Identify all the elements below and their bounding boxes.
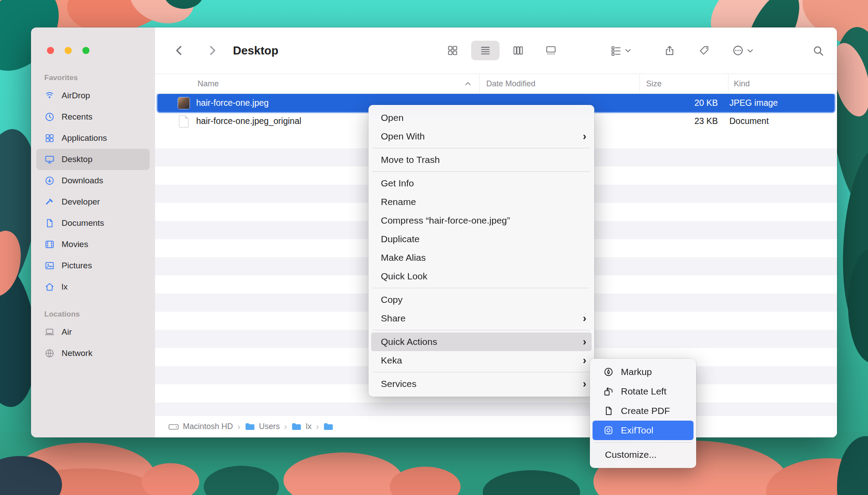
- sidebar-item-airdrop[interactable]: AirDrop: [36, 85, 150, 106]
- sidebar-item-documents[interactable]: Documents: [36, 213, 150, 234]
- menu-item-services[interactable]: Services›: [368, 375, 594, 393]
- list-view-button[interactable]: [471, 41, 500, 60]
- path-item-macintosh-hd[interactable]: Macintosh HD: [168, 422, 233, 431]
- sidebar-item-downloads[interactable]: Downloads: [36, 170, 150, 191]
- group-by-button[interactable]: [610, 45, 632, 56]
- laptop-icon: [43, 326, 56, 338]
- menu-item-make-alias[interactable]: Make Alias: [368, 248, 594, 267]
- path-label: Macintosh HD: [183, 422, 233, 431]
- menu-item-label: Compress “hair-force-one.jpeg”: [381, 215, 510, 226]
- sidebar-item-pictures[interactable]: Pictures: [36, 255, 150, 276]
- window-title: Desktop: [233, 44, 279, 58]
- sidebar-item-label: Desktop: [62, 155, 93, 164]
- menu-separator: [373, 330, 590, 330]
- list-header: Name Date Modified Size Kind: [155, 73, 837, 94]
- quick-actions-submenu: Markup Rotate Left Create PDF ExifTool C…: [590, 359, 696, 468]
- rotate-left-icon: [603, 386, 614, 397]
- zoom-button[interactable]: [82, 47, 89, 54]
- column-header-name[interactable]: Name: [155, 74, 479, 93]
- sidebar-item-network[interactable]: Network: [36, 343, 150, 364]
- submenu-chevron-icon: ›: [583, 379, 586, 389]
- column-view-button[interactable]: [504, 41, 532, 60]
- menu-item-open-with[interactable]: Open With›: [368, 127, 594, 146]
- gallery-view-button[interactable]: [537, 41, 565, 60]
- submenu-item-markup[interactable]: Markup: [590, 362, 696, 382]
- forward-button[interactable]: [202, 41, 222, 60]
- menu-item-keka[interactable]: Keka›: [368, 351, 594, 370]
- sidebar-item-recents[interactable]: Recents: [36, 106, 150, 128]
- submenu-item-exiftool[interactable]: ExifTool: [593, 421, 694, 440]
- menu-item-move-to-trash[interactable]: Move to Trash: [368, 151, 594, 169]
- icon-view-button[interactable]: [438, 41, 467, 60]
- clock-icon: [43, 111, 56, 123]
- submenu-item-rotate-left[interactable]: Rotate Left: [590, 382, 696, 401]
- column-header-size[interactable]: Size: [639, 74, 728, 93]
- sidebar-item-air[interactable]: Air: [36, 321, 150, 343]
- exiftool-icon: [603, 425, 614, 436]
- submenu-chevron-icon: ›: [583, 131, 586, 142]
- path-item-users[interactable]: Users: [245, 422, 280, 431]
- view-switcher: [438, 41, 565, 60]
- submenu-chevron-icon: ›: [583, 313, 586, 324]
- file-name: hair-force-one.jpeg_original: [196, 116, 301, 126]
- submenu-chevron-icon: ›: [583, 355, 586, 366]
- menu-item-compress[interactable]: Compress “hair-force-one.jpeg”: [368, 211, 594, 230]
- file-kind: Document: [729, 116, 769, 126]
- menu-item-duplicate[interactable]: Duplicate: [368, 230, 594, 248]
- column-label: Size: [646, 79, 662, 89]
- sidebar-item-movies[interactable]: Movies: [36, 234, 150, 255]
- path-item-lx[interactable]: lx: [291, 422, 311, 431]
- menu-item-label: Share: [381, 313, 406, 324]
- menu-separator: [373, 288, 590, 288]
- menu-item-label: Open With: [381, 131, 425, 142]
- airdrop-icon: [43, 90, 56, 101]
- menu-item-share[interactable]: Share›: [368, 309, 594, 328]
- menu-item-quick-look[interactable]: Quick Look: [368, 267, 594, 286]
- column-header-kind[interactable]: Kind: [728, 74, 837, 93]
- menu-item-quick-actions[interactable]: Quick Actions›: [371, 333, 592, 351]
- hard-drive-icon: [168, 423, 179, 431]
- close-button[interactable]: [47, 47, 54, 54]
- menu-item-label: Quick Look: [381, 271, 427, 282]
- menu-item-label: Make Alias: [381, 252, 426, 263]
- sidebar-item-label: AirDrop: [62, 91, 90, 101]
- context-menu: Open Open With› Move to Trash Get Info R…: [368, 105, 594, 397]
- column-label: Kind: [734, 79, 750, 89]
- tag-button[interactable]: [694, 41, 714, 60]
- image-thumbnail-icon: [178, 97, 190, 109]
- folder-icon: [323, 422, 333, 431]
- sidebar-item-label: Network: [62, 348, 93, 358]
- sidebar-item-label: Recents: [62, 112, 93, 122]
- menu-item-label: Get Info: [381, 178, 414, 189]
- sidebar: Favorites AirDrop Recents Applications D…: [31, 27, 155, 437]
- more-actions-button[interactable]: [732, 45, 755, 57]
- path-item-partial[interactable]: [323, 422, 333, 431]
- sidebar-item-developer[interactable]: Developer: [36, 191, 150, 213]
- back-button[interactable]: [170, 41, 189, 60]
- menu-item-rename[interactable]: Rename: [368, 193, 594, 211]
- ellipsis-circle-icon: [732, 45, 744, 57]
- sort-ascending-icon: [465, 81, 471, 86]
- menu-item-label: Move to Trash: [381, 155, 440, 165]
- menu-item-label: Keka: [381, 355, 402, 366]
- minimize-button[interactable]: [65, 47, 72, 54]
- menu-item-copy[interactable]: Copy: [368, 290, 594, 309]
- sidebar-item-home-lx[interactable]: lx: [36, 276, 150, 298]
- search-button[interactable]: [808, 41, 828, 60]
- toolbar: Desktop: [155, 27, 837, 73]
- menu-item-get-info[interactable]: Get Info: [368, 174, 594, 193]
- menu-item-open[interactable]: Open: [368, 108, 594, 127]
- submenu-item-create-pdf[interactable]: Create PDF: [590, 401, 696, 421]
- column-label: Name: [198, 79, 219, 89]
- sidebar-item-applications[interactable]: Applications: [36, 128, 150, 149]
- share-button[interactable]: [660, 41, 679, 60]
- column-label: Date Modified: [486, 79, 535, 89]
- folder-icon: [245, 422, 255, 431]
- submenu-item-customize[interactable]: Customize...: [590, 445, 696, 464]
- sidebar-item-desktop[interactable]: Desktop: [36, 149, 150, 170]
- chevron-down-icon: [746, 46, 755, 55]
- submenu-item-label: ExifTool: [621, 425, 654, 436]
- menu-separator: [594, 442, 692, 443]
- globe-icon: [43, 348, 56, 359]
- column-header-date-modified[interactable]: Date Modified: [479, 74, 639, 93]
